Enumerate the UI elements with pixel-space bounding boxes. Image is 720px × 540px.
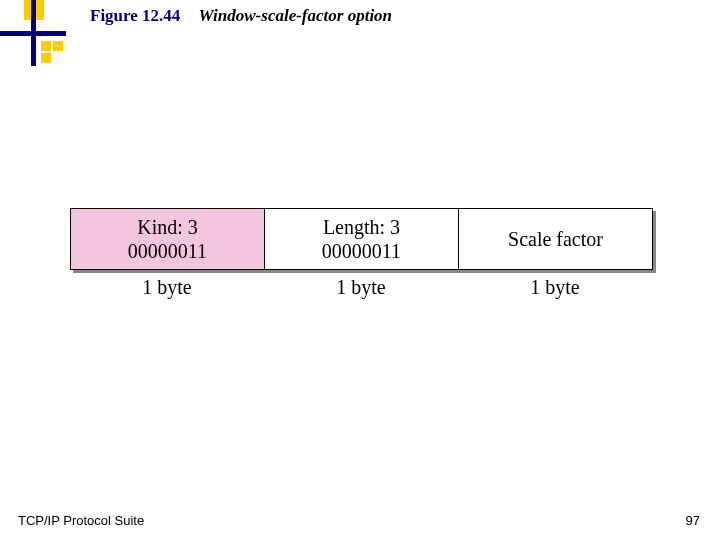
field-length: Length: 3 00000011 (265, 209, 459, 270)
field-sizes: 1 byte 1 byte 1 byte (70, 276, 652, 299)
footer-source: TCP/IP Protocol Suite (18, 513, 144, 528)
field-scale-factor: Scale factor (459, 209, 653, 270)
field-length-bits: 00000011 (269, 239, 454, 263)
field-row: Kind: 3 00000011 Length: 3 00000011 Scal… (70, 208, 653, 270)
field-kind: Kind: 3 00000011 (71, 209, 265, 270)
field-length-label: Length: 3 (269, 215, 454, 239)
size-scale: 1 byte (458, 276, 652, 299)
field-kind-bits: 00000011 (75, 239, 260, 263)
page-number: 97 (686, 513, 700, 528)
size-kind: 1 byte (70, 276, 264, 299)
decorative-bullet-icon (0, 0, 66, 66)
figure-heading: Figure 12.44 Window-scale-factor option (90, 6, 392, 26)
field-kind-label: Kind: 3 (75, 215, 260, 239)
figure-number: Figure 12.44 (90, 6, 180, 25)
figure-title: Window-scale-factor option (199, 6, 392, 25)
field-scale-label: Scale factor (508, 227, 603, 251)
size-length: 1 byte (264, 276, 458, 299)
packet-format-diagram: Kind: 3 00000011 Length: 3 00000011 Scal… (70, 208, 652, 299)
